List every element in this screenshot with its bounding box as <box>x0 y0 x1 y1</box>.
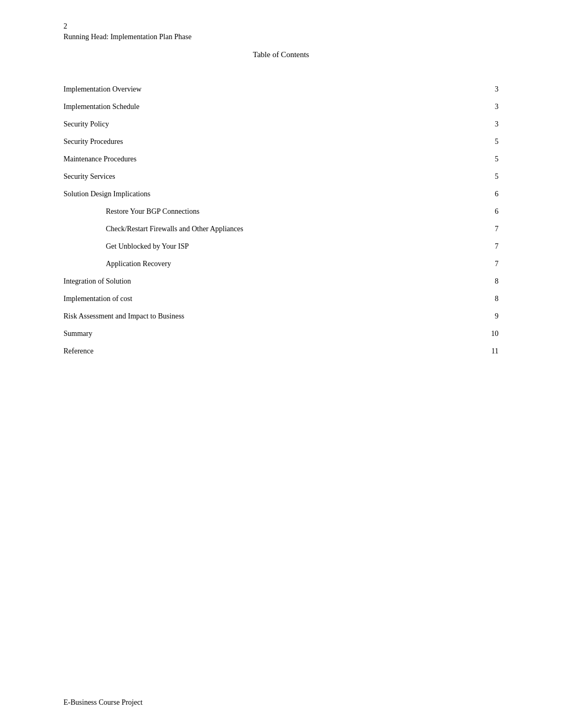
page: 2 Running Head: Implementation Plan Phas… <box>0 0 562 728</box>
toc-row: Restore Your BGP Connections6 <box>64 203 498 220</box>
toc-row: Security Policy3 <box>64 115 498 133</box>
toc-row: Implementation of cost8 <box>64 290 498 307</box>
page-number: 2 <box>64 21 498 32</box>
toc-entry-page: 8 <box>455 290 498 307</box>
toc-entry-label: Security Policy <box>64 115 455 133</box>
toc-table: Implementation Overview3Implementation S… <box>64 80 498 360</box>
toc-row: Summary10 <box>64 325 498 342</box>
toc-entry-label: Reference <box>64 342 455 360</box>
toc-row: Reference11 <box>64 342 498 360</box>
toc-entry-label: Security Procedures <box>64 133 455 150</box>
footer-label: E-Business Course Project <box>64 698 142 707</box>
toc-row: Implementation Overview3 <box>64 80 498 98</box>
toc-row: Maintenance Procedures5 <box>64 150 498 168</box>
toc-entry-label: Summary <box>64 325 455 342</box>
toc-entry-label: Implementation Schedule <box>64 98 455 115</box>
toc-entry-page: 7 <box>455 255 498 272</box>
toc-entry-label: Maintenance Procedures <box>64 150 455 168</box>
toc-row: Risk Assessment and Impact to Business9 <box>64 307 498 325</box>
toc-row: Application Recovery7 <box>64 255 498 272</box>
toc-entry-label: Implementation of cost <box>64 290 455 307</box>
toc-entry-label: Get Unblocked by Your ISP <box>64 238 455 255</box>
toc-entry-label: Risk Assessment and Impact to Business <box>64 307 455 325</box>
toc-entry-label: Check/Restart Firewalls and Other Applia… <box>64 220 455 238</box>
toc-entry-label: Implementation Overview <box>64 80 455 98</box>
toc-entry-page: 7 <box>455 220 498 238</box>
toc-entry-page: 3 <box>455 115 498 133</box>
toc-entry-page: 9 <box>455 307 498 325</box>
toc-entry-page: 10 <box>455 325 498 342</box>
toc-row: Security Procedures5 <box>64 133 498 150</box>
toc-entry-page: 6 <box>455 185 498 203</box>
toc-row: Get Unblocked by Your ISP7 <box>64 238 498 255</box>
toc-entry-label: Integration of Solution <box>64 272 455 290</box>
toc-entry-page: 8 <box>455 272 498 290</box>
toc-entry-page: 3 <box>455 80 498 98</box>
toc-title: Table of Contents <box>64 50 498 59</box>
toc-row: Integration of Solution8 <box>64 272 498 290</box>
toc-entry-page: 7 <box>455 238 498 255</box>
toc-row: Security Services5 <box>64 168 498 185</box>
toc-entry-label: Solution Design Implications <box>64 185 455 203</box>
toc-row: Implementation Schedule3 <box>64 98 498 115</box>
toc-row: Check/Restart Firewalls and Other Applia… <box>64 220 498 238</box>
toc-entry-page: 5 <box>455 150 498 168</box>
toc-entry-page: 11 <box>455 342 498 360</box>
toc-entry-label: Restore Your BGP Connections <box>64 203 455 220</box>
toc-entry-page: 6 <box>455 203 498 220</box>
toc-entry-page: 5 <box>455 133 498 150</box>
toc-entry-label: Application Recovery <box>64 255 455 272</box>
toc-entry-label: Security Services <box>64 168 455 185</box>
toc-entry-page: 3 <box>455 98 498 115</box>
toc-row: Solution Design Implications6 <box>64 185 498 203</box>
running-head: Running Head: Implementation Plan Phase <box>64 32 498 42</box>
toc-entry-page: 5 <box>455 168 498 185</box>
